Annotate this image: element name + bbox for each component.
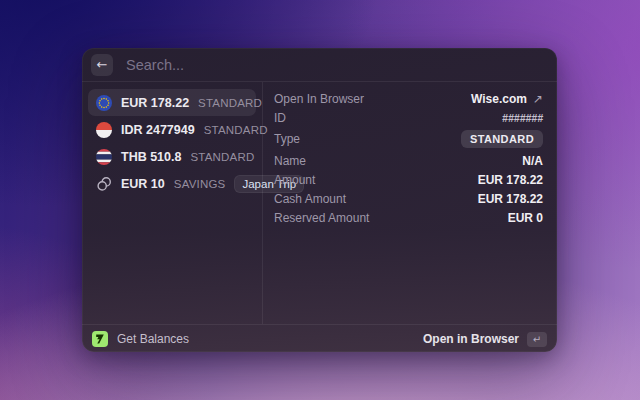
back-button[interactable]: ← — [91, 54, 113, 76]
open-external-icon: ↗ — [533, 92, 543, 106]
list-item-idr-standard[interactable]: IDR 2477949 STANDARD — [88, 116, 256, 143]
status-bar: Get Balances Open in Browser ↵ — [82, 324, 557, 352]
detail-row-id: ID ####### — [274, 108, 543, 127]
launcher-window: ← — [82, 48, 557, 352]
search-input[interactable] — [126, 57, 545, 73]
detail-panel: Open In Browser Wise.com ↗ ID ####### Ty… — [263, 82, 557, 324]
detail-value: EUR 178.22 — [478, 192, 543, 206]
detail-label: Cash Amount — [274, 192, 346, 206]
link-text: Wise.com — [471, 92, 527, 106]
detail-value: N/A — [522, 154, 543, 168]
list-item-eur-standard[interactable]: EUR 178.22 STANDARD — [88, 89, 256, 116]
detail-label: Open In Browser — [274, 92, 364, 106]
main-content: EUR 178.22 STANDARD IDR 2477949 STANDARD — [82, 82, 557, 324]
detail-value-link[interactable]: Wise.com ↗ — [471, 92, 543, 106]
primary-action[interactable]: Open in Browser ↵ — [423, 332, 547, 347]
detail-row-cash-amount: Cash Amount EUR 178.22 — [274, 189, 543, 208]
balances-list: EUR 178.22 STANDARD IDR 2477949 STANDARD — [82, 82, 263, 324]
balance-type: STANDARD — [190, 151, 254, 163]
wise-logo-icon — [92, 331, 108, 347]
balance-type: SAVINGS — [174, 178, 226, 190]
enter-key-icon: ↵ — [527, 332, 547, 347]
detail-value: EUR 0 — [508, 211, 543, 225]
savings-coins-icon — [96, 176, 112, 192]
eu-flag-icon — [96, 95, 112, 111]
balance-amount: EUR 178.22 — [121, 96, 189, 110]
list-item-eur-savings[interactable]: EUR 10 SAVINGS Japan Trip — [88, 170, 256, 197]
balance-amount: THB 510.8 — [121, 150, 181, 164]
balance-amount: EUR 10 — [121, 177, 165, 191]
detail-value: EUR 178.22 — [478, 173, 543, 187]
detail-row-name: Name N/A — [274, 151, 543, 170]
search-bar: ← — [82, 48, 557, 82]
balance-type: STANDARD — [198, 97, 262, 109]
balance-type: STANDARD — [204, 124, 268, 136]
command-info: Get Balances — [92, 331, 189, 347]
detail-row-open-in-browser: Open In Browser Wise.com ↗ — [274, 89, 543, 108]
detail-label: Amount — [274, 173, 315, 187]
detail-row-amount: Amount EUR 178.22 — [274, 170, 543, 189]
detail-label: Reserved Amount — [274, 211, 369, 225]
indonesia-flag-icon — [96, 122, 112, 138]
detail-label: ID — [274, 111, 286, 125]
thailand-flag-icon — [96, 149, 112, 165]
list-item-thb-standard[interactable]: THB 510.8 STANDARD — [88, 143, 256, 170]
detail-value-masked: ####### — [502, 112, 543, 124]
primary-action-label: Open in Browser — [423, 332, 519, 346]
detail-label: Type — [274, 132, 300, 146]
detail-row-reserved-amount: Reserved Amount EUR 0 — [274, 208, 543, 227]
detail-label: Name — [274, 154, 306, 168]
detail-row-type: Type STANDARD — [274, 127, 543, 151]
back-arrow-icon: ← — [97, 57, 108, 72]
type-badge: STANDARD — [461, 130, 543, 148]
command-title: Get Balances — [117, 332, 189, 346]
balance-amount: IDR 2477949 — [121, 123, 195, 137]
